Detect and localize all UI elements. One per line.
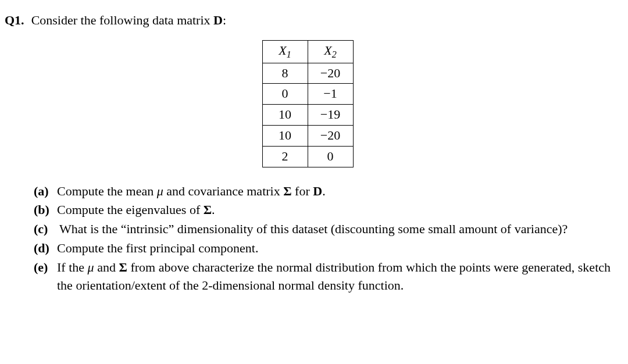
question-header: Q1. Consider the following data matrix D…	[5, 12, 611, 30]
question-intro: Consider the following data matrix D:	[31, 12, 611, 30]
pb-sigma: Σ	[204, 202, 212, 217]
h2-sub: 2	[332, 49, 337, 59]
part-a: (a) Compute the mean μ and covariance ma…	[34, 183, 611, 201]
header-x2: X2	[308, 40, 353, 63]
cell: −20	[308, 63, 353, 84]
table-row: 8 −20	[262, 63, 353, 84]
part-c: (c) What is the “intrinsic” dimensionali…	[34, 220, 611, 238]
pe-sigma: Σ	[119, 260, 127, 274]
cell: 0	[262, 84, 308, 105]
cell: 10	[262, 125, 308, 146]
part-c-text: What is the “intrinsic” dimensionality o…	[59, 220, 611, 238]
pa-dvar: D	[313, 184, 322, 198]
part-c-label: (c)	[34, 220, 59, 238]
table-row: 0 −1	[262, 84, 353, 105]
parts-list: (a) Compute the mean μ and covariance ma…	[5, 183, 611, 295]
intro-text-post: :	[223, 13, 226, 27]
cell: 2	[262, 146, 308, 167]
pb-t1: Compute the eigenvalues of	[57, 202, 204, 217]
pa-mu: μ	[157, 184, 163, 198]
pe-t2: and	[94, 260, 119, 274]
h1-sub: 1	[287, 49, 291, 59]
table-row: 10 −20	[262, 125, 353, 146]
cell: −1	[308, 84, 353, 105]
pa-sigma: Σ	[283, 184, 291, 198]
pa-t2: and covariance matrix	[163, 184, 283, 198]
pe-t1: If the	[57, 260, 88, 274]
header-x1: X1	[262, 40, 308, 63]
intro-var-d: D	[213, 13, 223, 27]
data-matrix-table: X1 X2 8 −20 0 −1 10 −19 10 −20 2 0	[262, 40, 354, 167]
pa-t1: Compute the mean	[57, 184, 157, 198]
part-e-text: If the μ and Σ from above characterize t…	[57, 259, 611, 295]
table-row: 10 −19	[262, 105, 353, 126]
intro-text-pre: Consider the following data matrix	[31, 13, 213, 27]
cell: 8	[262, 63, 308, 84]
pe-mu: μ	[88, 260, 94, 274]
part-a-text: Compute the mean μ and covariance matrix…	[57, 183, 611, 201]
pa-t4: .	[322, 184, 326, 198]
cell: −19	[308, 105, 353, 126]
part-d-text: Compute the first principal component.	[57, 240, 611, 258]
pa-t3: for	[292, 184, 313, 198]
pb-t2: .	[212, 202, 215, 217]
question-label: Q1.	[5, 12, 24, 30]
table-row: 2 0	[262, 146, 353, 167]
cell: 10	[262, 105, 308, 126]
part-e-label: (e)	[34, 259, 57, 277]
part-e: (e) If the μ and Σ from above characteri…	[34, 259, 611, 295]
table-header-row: X1 X2	[262, 40, 353, 63]
part-d-label: (d)	[34, 240, 57, 258]
h2-base: X	[324, 43, 331, 58]
part-b: (b) Compute the eigenvalues of Σ.	[34, 201, 611, 219]
part-a-label: (a)	[34, 183, 57, 201]
pe-t3: from above characterize the normal distr…	[57, 260, 611, 292]
cell: −20	[308, 125, 353, 146]
h1-base: X	[279, 43, 286, 58]
part-d: (d) Compute the first principal componen…	[34, 240, 611, 258]
cell: 0	[308, 146, 353, 167]
part-b-label: (b)	[34, 201, 57, 219]
part-b-text: Compute the eigenvalues of Σ.	[57, 201, 611, 219]
